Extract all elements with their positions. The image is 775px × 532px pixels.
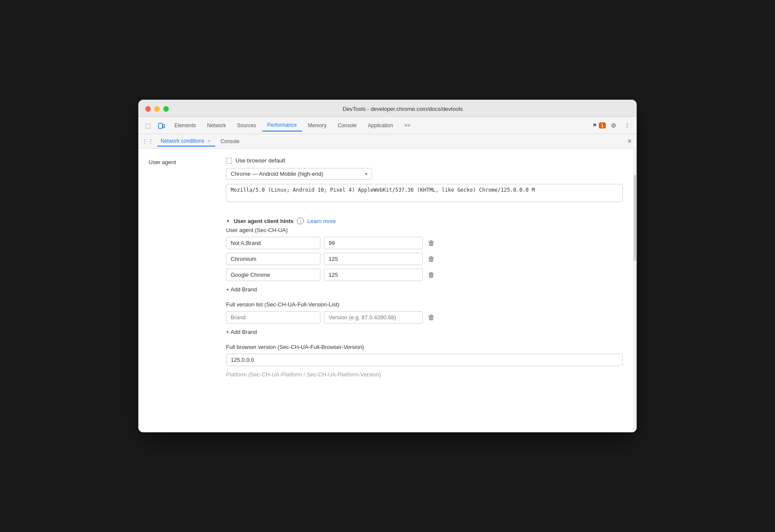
title-bar: DevTools - developer.chrome.com/docs/dev… [138, 100, 637, 117]
delete-full-version-button[interactable]: 🗑 [426, 312, 436, 323]
ua-string-input[interactable] [226, 184, 623, 202]
use-browser-default-checkbox[interactable] [226, 158, 232, 164]
hints-title: User agent client hints [234, 218, 293, 224]
brand-row-3: 🗑 [226, 269, 623, 281]
tab-console-secondary[interactable]: Console [217, 137, 243, 146]
add-brand-full-button[interactable]: + Add Brand [226, 327, 623, 337]
tab-more[interactable]: >> [399, 120, 415, 131]
sec-ch-ua-label: User agent (Sec-CH-UA) [226, 227, 623, 233]
delete-brand-3-button[interactable]: 🗑 [426, 269, 436, 281]
ua-dropdown-value: Chrome — Android Mobile (high-end) [231, 171, 323, 177]
user-agent-label: User agent [149, 157, 217, 211]
hints-content: ▼ User agent client hints i Learn more U… [226, 217, 623, 383]
issues-icon: ⚑ [592, 122, 597, 128]
delete-brand-2-button[interactable]: 🗑 [426, 254, 436, 265]
console-label: Console [220, 138, 239, 144]
svg-rect-1 [163, 125, 165, 128]
traffic-lights [145, 106, 169, 112]
brand-row-1: 🗑 [226, 237, 623, 249]
ua-dropdown-row: Chrome — Android Mobile (high-end) ▾ [226, 168, 623, 180]
chevron-down-icon: ▾ [365, 171, 367, 176]
top-tab-bar: Elements Network Sources Performance Mem… [169, 119, 591, 131]
minimize-button[interactable] [154, 106, 160, 112]
version-input-1[interactable] [324, 237, 423, 249]
window-title: DevTools - developer.chrome.com/docs/dev… [176, 106, 630, 112]
close-network-conditions-tab[interactable]: × [206, 138, 212, 144]
full-version-row: 🗑 [226, 311, 623, 324]
device-toolbar-icon[interactable] [156, 119, 168, 131]
issues-badge[interactable]: ⚑ 1 [592, 122, 606, 128]
full-version-version-input[interactable] [324, 311, 423, 324]
version-input-2[interactable] [324, 253, 423, 265]
full-browser-section: Full browser version (Sec-CH-UA-Full-Bro… [226, 344, 623, 366]
ua-dropdown[interactable]: Chrome — Android Mobile (high-end) ▾ [226, 168, 372, 180]
user-agent-content: Use browser default Chrome — Android Mob… [226, 157, 623, 211]
toolbar-right: ⚑ 1 ⚙ ⋮ [592, 119, 633, 131]
brand-input-2[interactable] [226, 253, 320, 265]
devtools-window: DevTools - developer.chrome.com/docs/dev… [138, 100, 637, 432]
tab-memory[interactable]: Memory [303, 120, 332, 131]
full-version-label: Full version list (Sec-CH-UA-Full-Versio… [226, 301, 623, 308]
close-button[interactable] [145, 106, 151, 112]
tab-sources[interactable]: Sources [232, 120, 261, 131]
hints-header-section: ▼ User agent client hints i Learn more U… [226, 217, 623, 378]
full-browser-label: Full browser version (Sec-CH-UA-Full-Bro… [226, 344, 623, 350]
main-content: User agent Use browser default Chrome — … [138, 149, 637, 432]
brand-row-2: 🗑 [226, 253, 623, 265]
tab-console[interactable]: Console [333, 120, 362, 131]
content-area: User agent Use browser default Chrome — … [138, 149, 633, 432]
secondary-tabs: Network conditions × Console [157, 136, 622, 147]
select-element-icon[interactable]: ⬚ [142, 119, 154, 131]
full-version-section: Full version list (Sec-CH-UA-Full-Versio… [226, 301, 623, 337]
hints-header: ▼ User agent client hints i Learn more [226, 217, 623, 224]
brand-input-1[interactable] [226, 237, 320, 249]
full-version-brand-input[interactable] [226, 311, 320, 324]
main-toolbar: ⬚ Elements Network Sources Performance M… [138, 117, 637, 134]
collapse-triangle-icon[interactable]: ▼ [226, 219, 230, 223]
full-browser-input[interactable] [226, 354, 623, 366]
tab-application[interactable]: Application [363, 120, 398, 131]
settings-icon[interactable]: ⚙ [607, 119, 619, 131]
add-brand-button[interactable]: + Add Brand [226, 284, 623, 294]
more-options-icon[interactable]: ⋮ [621, 119, 633, 131]
browser-default-row: Use browser default [226, 157, 623, 164]
maximize-button[interactable] [163, 106, 169, 112]
platform-label: Platform (Sec-CH-UA-Platform / Sec-CH-UA… [226, 371, 623, 378]
delete-brand-1-button[interactable]: 🗑 [426, 238, 436, 249]
empty-label [149, 217, 217, 383]
scrollbar[interactable] [633, 149, 637, 432]
tab-network-conditions[interactable]: Network conditions × [157, 136, 215, 147]
user-agent-section: User agent Use browser default Chrome — … [149, 157, 623, 211]
learn-more-link[interactable]: Learn more [307, 218, 336, 224]
secondary-bar: ⋮⋮ Network conditions × Console × [138, 134, 637, 149]
tab-network[interactable]: Network [202, 120, 231, 131]
tab-performance[interactable]: Performance [262, 119, 302, 131]
scrollbar-thumb[interactable] [634, 175, 636, 261]
close-panel-button[interactable]: × [626, 136, 633, 147]
drag-handle[interactable]: ⋮⋮ [142, 138, 154, 145]
client-hints-section: ▼ User agent client hints i Learn more U… [149, 217, 623, 383]
info-icon[interactable]: i [297, 217, 304, 224]
svg-rect-0 [159, 123, 162, 128]
brand-input-3[interactable] [226, 269, 320, 281]
version-input-3[interactable] [324, 269, 423, 281]
browser-default-label: Use browser default [235, 157, 285, 164]
network-conditions-label: Network conditions [161, 138, 204, 144]
issues-count: 1 [599, 122, 606, 128]
tab-elements[interactable]: Elements [169, 120, 201, 131]
